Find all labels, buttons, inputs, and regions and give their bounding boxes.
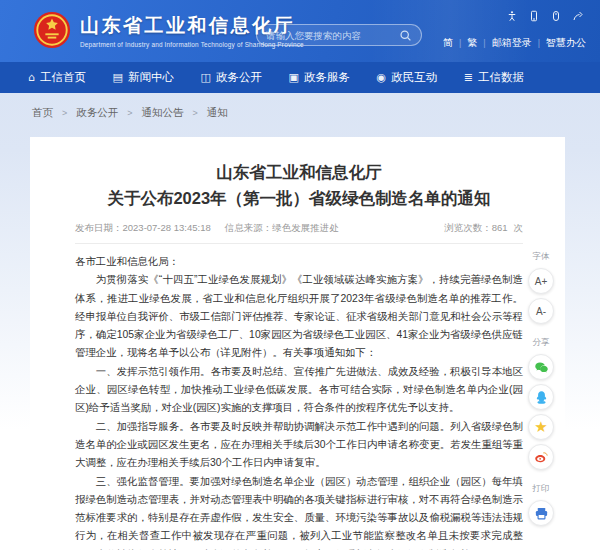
quick-link-separator: | — [538, 38, 540, 48]
paragraph-1: 为贯彻落实《“十四五”工业绿色发展规划》《工业领域碳达峰实施方案》，持续完善绿色… — [75, 271, 523, 362]
print-label: 打印 — [533, 483, 550, 495]
quick-link-separator: | — [459, 38, 461, 48]
article-title-line1: 山东省工业和信息化厅 — [75, 159, 523, 185]
data-icon: ≣ — [464, 71, 473, 84]
nav-label: 新闻中心 — [128, 70, 174, 85]
mail-login-link[interactable]: 邮箱登录 — [492, 36, 532, 50]
font-decrease-button[interactable]: A- — [528, 298, 554, 324]
quick-link-separator: | — [483, 38, 485, 48]
breadcrumb-disclosure[interactable]: 政务公开 — [76, 106, 118, 120]
home-icon: ⌂ — [28, 71, 35, 84]
search-input[interactable] — [266, 30, 398, 41]
nav-item-disclosure[interactable]: ◫ 政务公开 — [201, 70, 262, 85]
title-divider — [75, 243, 523, 244]
simplified-chinese-link[interactable]: 简 — [443, 36, 453, 50]
services-icon: ▣ — [289, 71, 299, 84]
paragraph-3: 二、加强指导服务。各市要及时反映并帮助协调解决示范工作中遇到的问题。列入省级绿色… — [75, 418, 523, 473]
print-button[interactable] — [528, 500, 554, 526]
font-increase-button[interactable]: A+ — [528, 268, 554, 294]
breadcrumb-separator: > — [127, 108, 132, 118]
disclosure-icon: ◫ — [201, 71, 211, 84]
search-icon[interactable] — [398, 28, 412, 42]
nav-item-interaction[interactable]: ◉ 政民互动 — [377, 70, 438, 85]
share-label: 分享 — [533, 337, 550, 349]
interaction-icon: ◉ — [377, 71, 387, 84]
font-size-label: 字体 — [533, 251, 550, 263]
nav-item-data[interactable]: ≣ 工信数据 — [464, 70, 524, 85]
breadcrumb: 首页 > 政务公开 > 通知公告 > 通知 — [32, 106, 228, 120]
article-title-line2: 关于公布2023年（第一批）省级绿色制造名单的通知 — [75, 185, 523, 211]
breadcrumb-notice[interactable]: 通知 — [207, 106, 228, 120]
nav-label: 工信首页 — [40, 70, 86, 85]
wechat-share-button[interactable] — [528, 354, 554, 380]
accessibility-icon[interactable] — [506, 10, 518, 22]
weibo-share-button[interactable] — [528, 444, 554, 470]
mouse-icon[interactable] — [550, 10, 562, 22]
header-quick-links: 简 | 繁 | 邮箱登录 | 智慧办公 — [443, 36, 586, 50]
nav-label: 政务公开 — [216, 70, 262, 85]
main-nav: ⌂ 工信首页 ▤ 新闻中心 ◫ 政务公开 ▣ 政务服务 ◉ 政民互动 ≣ 工信数… — [0, 62, 600, 93]
article-meta: 发布日期：2023-07-28 13:45:18 信息来源：绿色发展推进处 浏览… — [75, 222, 523, 235]
national-emblem-icon — [33, 11, 71, 49]
floating-toolbar: 字体 A+ A- 分享 ★ 打印 — [525, 248, 557, 528]
publish-date: 发布日期：2023-07-28 13:45:18 — [75, 222, 211, 235]
nav-label: 工信数据 — [478, 70, 524, 85]
paragraph-2: 一、发挥示范引领作用。各市要及时总结、宣传推广先进做法、成效及经验，积极引导本地… — [75, 363, 523, 418]
qzone-share-button[interactable]: ★ — [528, 414, 554, 440]
printer-icon — [534, 506, 549, 521]
article-body: 各市工业和信息化局： 为贯彻落实《“十四五”工业绿色发展规划》《工业领域碳达峰实… — [75, 253, 523, 550]
nav-item-services[interactable]: ▣ 政务服务 — [289, 70, 350, 85]
site-header: 山东省工业和信息化厅 Department of Industry and In… — [0, 0, 600, 62]
wechat-icon — [534, 360, 549, 375]
breadcrumb-separator: > — [193, 108, 198, 118]
article-card: 山东省工业和信息化厅 关于公布2023年（第一批）省级绿色制造名单的通知 发布日… — [30, 137, 565, 550]
nav-item-news[interactable]: ▤ 新闻中心 — [113, 70, 174, 85]
qq-share-button[interactable] — [528, 384, 554, 410]
nav-item-home[interactable]: ⌂ 工信首页 — [28, 70, 86, 85]
news-icon: ▤ — [113, 71, 123, 84]
view-count: 浏览次数：861次 — [444, 222, 523, 235]
info-source: 信息来源：绿色发展推进处 — [225, 222, 339, 235]
qq-icon — [534, 390, 549, 405]
header-search — [256, 24, 422, 46]
nav-label: 政民互动 — [391, 70, 437, 85]
qzone-icon: ★ — [534, 420, 547, 435]
nav-label: 政务服务 — [304, 70, 350, 85]
breadcrumb-notices[interactable]: 通知公告 — [142, 106, 184, 120]
traditional-chinese-link[interactable]: 繁 — [467, 36, 477, 50]
breadcrumb-separator: > — [62, 108, 67, 118]
breadcrumb-home[interactable]: 首页 — [32, 106, 53, 120]
mobile-icon[interactable] — [528, 10, 540, 22]
weibo-icon — [534, 450, 549, 465]
header-utility-icons — [506, 10, 584, 22]
salutation: 各市工业和信息化局： — [75, 253, 523, 271]
paragraph-4: 三、强化监督管理。要加强对绿色制造名单企业（园区）动态管理，组织企业（园区）每年… — [75, 473, 523, 550]
smart-office-link[interactable]: 智慧办公 — [546, 36, 586, 50]
share-icon[interactable] — [572, 10, 584, 22]
